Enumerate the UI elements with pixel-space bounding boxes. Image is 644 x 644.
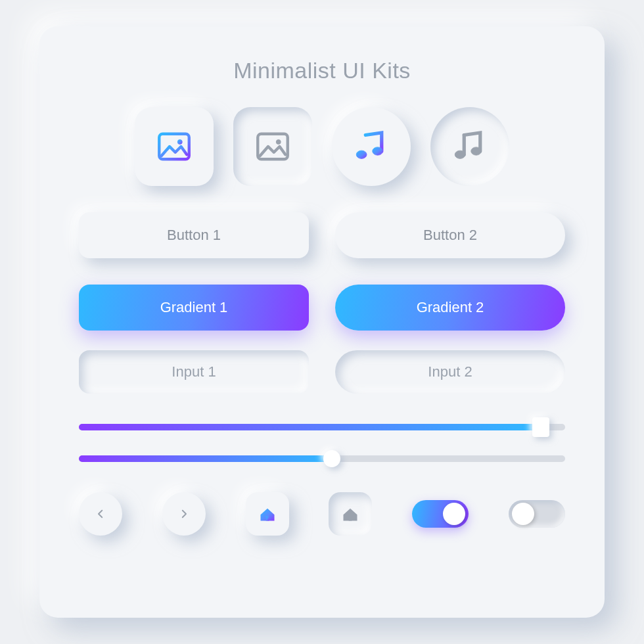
next-button[interactable] [162,492,206,536]
slider-thumb-square[interactable] [532,417,549,437]
slider-fill [79,455,332,462]
button-label: Button 2 [423,227,477,244]
image-icon [156,128,193,165]
input-placeholder: Input 1 [172,363,216,380]
music-button-muted[interactable] [430,107,509,186]
slider-fill [79,424,541,430]
input-row: Input 1 Input 2 [79,350,565,394]
gradient-button-1[interactable]: Gradient 1 [79,285,309,331]
chevron-left-icon [95,508,106,520]
slider-1[interactable] [79,424,565,430]
plain-button-row: Button 1 Button 2 [79,212,565,258]
gradient-button-row: Gradient 1 Gradient 2 [79,285,565,331]
button-2[interactable]: Button 2 [335,212,565,258]
input-1[interactable]: Input 1 [79,350,309,394]
button-label: Gradient 1 [160,299,228,316]
toggle-knob [512,503,534,525]
icon-button-row [79,107,565,186]
page-title: Minimalist UI Kits [233,58,411,83]
chevron-right-icon [178,508,190,520]
input-2[interactable]: Input 2 [335,350,565,394]
toggle-knob [443,503,465,525]
input-placeholder: Input 2 [428,363,472,380]
image-button-gradient[interactable] [135,107,214,186]
home-icon [258,505,277,523]
music-icon [353,128,390,165]
home-icon [341,505,359,523]
image-icon [254,128,291,165]
slider-2[interactable] [79,455,565,462]
home-button-inactive[interactable] [329,492,372,536]
button-label: Gradient 2 [417,299,484,316]
button-label: Button 1 [167,227,221,244]
bottom-controls [79,492,565,536]
music-icon [451,128,488,165]
ui-kit-card: Minimalist UI Kits Button 1 [39,26,605,618]
toggle-on[interactable] [412,500,469,528]
prev-button[interactable] [79,492,122,536]
image-button-muted[interactable] [233,107,312,186]
music-button-gradient[interactable] [332,107,411,186]
toggle-off[interactable] [509,500,565,528]
gradient-button-2[interactable]: Gradient 2 [335,285,565,331]
slider-thumb-round[interactable] [323,450,340,467]
home-button-active[interactable] [246,492,289,536]
button-1[interactable]: Button 1 [79,212,309,258]
slider-group [79,424,565,462]
